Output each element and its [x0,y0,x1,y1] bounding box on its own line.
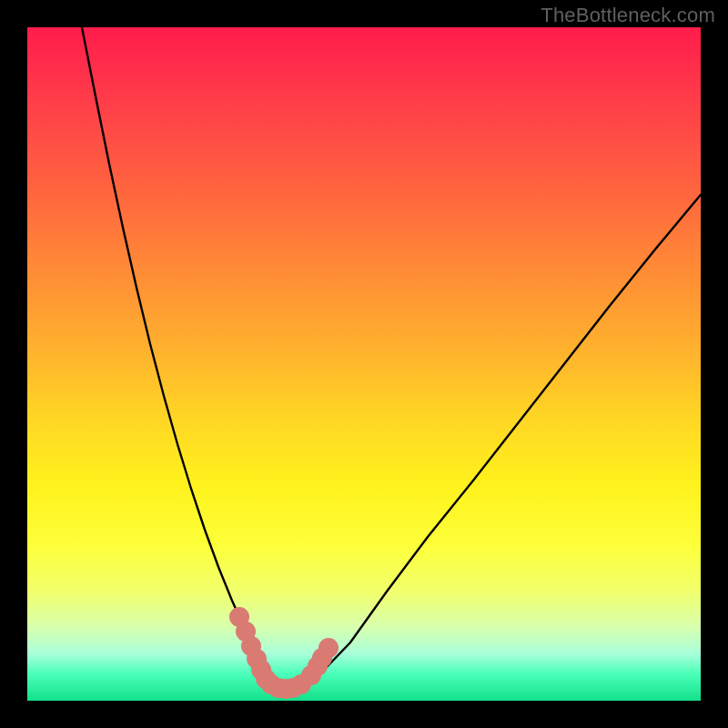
plot-area [27,27,701,701]
attribution-text: TheBottleneck.com [541,4,715,27]
highlighted-points [229,607,339,699]
chart-frame: TheBottleneck.com [0,0,728,728]
points-layer [27,27,701,701]
data-point [318,638,339,658]
